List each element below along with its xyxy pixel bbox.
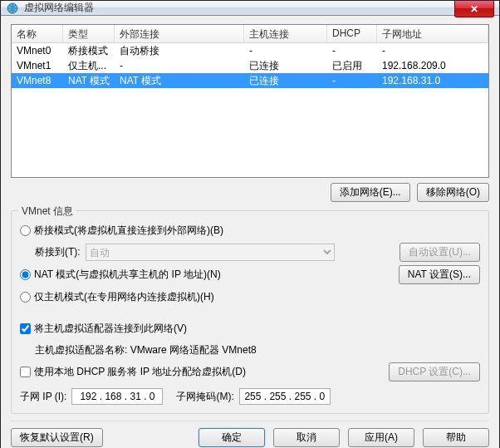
- nat-row: NAT 模式(与虚拟机共享主机的 IP 地址)(N) NAT 设置(S)...: [20, 265, 480, 284]
- use-dhcp-text: 使用本地 DHCP 服务将 IP 地址分配给虚拟机(D): [34, 365, 246, 379]
- table-row[interactable]: VMnet8NAT 模式NAT 模式已连接-192.168.31.0: [12, 73, 488, 88]
- nat-radio[interactable]: [20, 269, 31, 280]
- help-button[interactable]: 帮助: [423, 428, 489, 447]
- dhcp-settings-button[interactable]: DHCP 设置(C)...: [389, 362, 480, 382]
- apply-button[interactable]: 应用(A): [348, 428, 414, 447]
- table-header: 名称 类型 外部连接 主机连接 DHCP 子网地址: [12, 25, 488, 43]
- cancel-button[interactable]: 取消: [273, 428, 340, 447]
- table-cell: 桥接模式: [63, 43, 115, 59]
- table-cell: 已连接: [244, 73, 327, 89]
- bridge-row: 桥接模式(将虚拟机直接连接到外部网络)(B): [20, 221, 480, 239]
- col-subnet[interactable]: 子网地址: [377, 25, 488, 42]
- adapter-name-label: 主机虚拟适配器名称: VMware 网络适配器 VMnet8: [35, 343, 257, 357]
- table-cell: -: [244, 44, 327, 57]
- remove-network-button[interactable]: 移除网络(O): [417, 183, 489, 202]
- network-table[interactable]: 名称 类型 外部连接 主机连接 DHCP 子网地址 VMnet0桥接模式自动桥接…: [11, 24, 489, 178]
- table-buttons: 添加网络(E)... 移除网络(O): [11, 183, 489, 202]
- nat-radio-label[interactable]: NAT 模式(与虚拟机共享主机的 IP 地址)(N): [20, 268, 221, 282]
- table-cell: VMnet1: [12, 59, 63, 72]
- connect-adapter-row: 将主机虚拟适配器连接到此网络(V): [20, 319, 480, 337]
- connect-adapter-text: 将主机虚拟适配器连接到此网络(V): [34, 322, 187, 336]
- restore-defaults-button[interactable]: 恢复默认设置(R): [11, 428, 103, 447]
- use-dhcp-checkbox[interactable]: [20, 367, 31, 377]
- nat-radio-text: NAT 模式(与虚拟机共享主机的 IP 地址)(N): [34, 268, 221, 282]
- table-body: VMnet0桥接模式自动桥接---VMnet1仅主机...-已连接已启用192.…: [12, 43, 488, 88]
- hostonly-row: 仅主机模式(在专用网络内连接虚拟机)(H): [20, 288, 480, 306]
- col-type[interactable]: 类型: [63, 25, 115, 42]
- table-cell: -: [327, 44, 377, 57]
- col-host[interactable]: 主机连接: [244, 25, 327, 42]
- table-cell: -: [327, 74, 377, 87]
- col-ext[interactable]: 外部连接: [115, 25, 244, 42]
- bridge-radio-label[interactable]: 桥接模式(将虚拟机直接连接到外部网络)(B): [20, 224, 223, 238]
- dhcp-row: 使用本地 DHCP 服务将 IP 地址分配给虚拟机(D) DHCP 设置(C).…: [20, 362, 480, 382]
- vmnet-info-group: VMnet 信息 桥接模式(将虚拟机直接连接到外部网络)(B) 桥接到(T): …: [11, 210, 489, 414]
- bridge-radio[interactable]: [20, 225, 31, 236]
- add-network-button[interactable]: 添加网络(E)...: [331, 183, 410, 202]
- table-row[interactable]: VMnet1仅主机...-已连接已启用192.168.209.0: [12, 58, 488, 73]
- close-icon: ✕: [470, 3, 478, 15]
- window-frame: 虚拟网络编辑器 ✕ 名称 类型 外部连接 主机连接 DHCP 子网地址 VMne…: [0, 0, 500, 448]
- table-cell: NAT 模式: [115, 73, 244, 89]
- group-title: VMnet 信息: [18, 204, 76, 219]
- bridge-to-row: 桥接到(T): 自动 自动设置(U)...: [20, 243, 480, 262]
- use-dhcp-label[interactable]: 使用本地 DHCP 服务将 IP 地址分配给虚拟机(D): [20, 365, 246, 379]
- table-cell: 仅主机...: [63, 58, 115, 74]
- table-cell: NAT 模式: [63, 73, 115, 89]
- titlebar[interactable]: 虚拟网络编辑器 ✕: [1, 1, 499, 16]
- table-row[interactable]: VMnet0桥接模式自动桥接---: [12, 43, 488, 58]
- bottom-bar: 恢复默认设置(R) 确定 取消 应用(A) 帮助: [11, 421, 489, 447]
- subnet-mask-input[interactable]: [239, 388, 331, 405]
- bridge-to-label: 桥接到(T):: [35, 245, 81, 259]
- subnet-mask-label: 子网掩码(M):: [176, 390, 233, 404]
- table-cell: 192.168.209.0: [377, 59, 488, 72]
- close-button[interactable]: ✕: [454, 1, 494, 17]
- table-cell: VMnet8: [12, 74, 63, 87]
- subnet-ip-input[interactable]: [71, 388, 163, 405]
- col-dhcp[interactable]: DHCP: [327, 25, 377, 42]
- auto-settings-button[interactable]: 自动设置(U)...: [400, 243, 480, 262]
- hostonly-radio-text: 仅主机模式(在专用网络内连接虚拟机)(H): [34, 290, 214, 304]
- app-icon: [6, 2, 19, 15]
- adapter-name-row: 主机虚拟适配器名称: VMware 网络适配器 VMnet8: [20, 341, 480, 359]
- hostonly-radio[interactable]: [20, 292, 31, 303]
- nat-settings-button[interactable]: NAT 设置(S)...: [399, 265, 480, 284]
- connect-adapter-label[interactable]: 将主机虚拟适配器连接到此网络(V): [20, 322, 187, 336]
- connect-adapter-checkbox[interactable]: [20, 323, 31, 334]
- col-name[interactable]: 名称: [12, 25, 63, 42]
- table-cell: 192.168.31.0: [377, 74, 488, 87]
- table-cell: 已连接: [244, 58, 327, 74]
- subnet-ip-label: 子网 IP (I):: [20, 390, 66, 404]
- client-area: 名称 类型 外部连接 主机连接 DHCP 子网地址 VMnet0桥接模式自动桥接…: [1, 16, 499, 448]
- table-cell: -: [377, 44, 488, 57]
- table-cell: 自动桥接: [115, 43, 244, 59]
- hostonly-radio-label[interactable]: 仅主机模式(在专用网络内连接虚拟机)(H): [20, 290, 214, 304]
- ok-button[interactable]: 确定: [199, 428, 265, 447]
- bridge-radio-text: 桥接模式(将虚拟机直接连接到外部网络)(B): [34, 224, 223, 238]
- bridge-to-select[interactable]: 自动: [86, 244, 335, 261]
- table-cell: VMnet0: [12, 44, 63, 57]
- table-cell: 已启用: [327, 58, 377, 74]
- subnet-row: 子网 IP (I): 子网掩码(M):: [20, 388, 480, 405]
- window-title: 虚拟网络编辑器: [24, 1, 94, 15]
- table-cell: -: [115, 59, 244, 72]
